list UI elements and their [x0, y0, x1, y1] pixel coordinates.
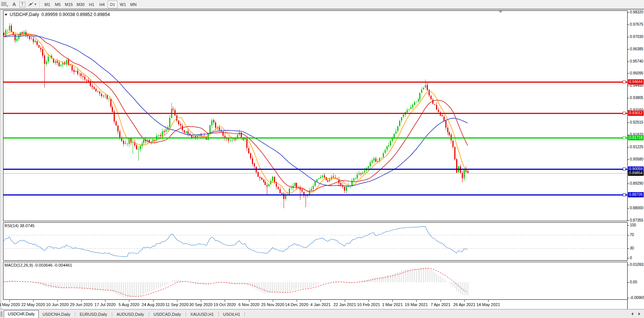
grip-letter: F — [7, 4, 9, 8]
price-tick-label: 0.93805 — [630, 96, 643, 100]
date-tick-mark — [33, 300, 34, 302]
price-tick-mark — [628, 220, 629, 221]
date-tick-mark — [225, 300, 225, 302]
chart-shift-marker-icon[interactable] — [499, 11, 502, 13]
chart-tab-eurusd-daily[interactable]: EURUSD,Daily — [76, 311, 111, 318]
rsi-tick-label: 30 — [630, 246, 634, 250]
rsi-label: RSI(14) 38.0745 — [4, 223, 35, 228]
chevron-down-icon — [34, 4, 37, 5]
date-tick-label: 10 Feb 2021 — [357, 302, 380, 307]
price-tick-label: 0.97675 — [630, 22, 643, 26]
tab-divider — [149, 312, 149, 317]
rsi-tick-mark — [628, 235, 629, 235]
rsi-tick-label: 70 — [630, 233, 634, 237]
tab-scroll-right-button[interactable] — [637, 312, 642, 316]
date-tick-mark — [441, 300, 441, 302]
rsi-tick-mark — [628, 258, 629, 258]
date-tick-mark — [153, 300, 154, 302]
date-tick-mark — [369, 300, 369, 302]
current-price-tag: 0.89854 — [628, 171, 644, 176]
price-tick-label: 0.91225 — [630, 145, 643, 149]
timeframe-button-w1[interactable]: W1 — [118, 1, 128, 8]
date-tick-mark — [488, 300, 489, 302]
hline-price-tag: 0.94644 — [628, 79, 644, 85]
price-tick-mark — [628, 61, 629, 62]
date-tick-mark — [416, 300, 417, 302]
axis-corner-line — [627, 300, 628, 309]
tab-divider — [186, 312, 186, 317]
date-tick-mark — [81, 300, 82, 302]
timeframe-button-mn[interactable]: MN — [129, 1, 138, 8]
date-tick-label: 10 Jun 2020 — [46, 302, 69, 307]
macd-tick-label: -0.009653 — [630, 296, 644, 300]
hline-price-tag: 0.93012 — [628, 111, 644, 116]
collapse-arrow-icon[interactable] — [4, 14, 7, 16]
dotted-grid-icon — [1, 2, 6, 6]
hline-price-tag: 0.91718 — [628, 135, 644, 140]
tab-divider — [244, 312, 245, 317]
price-tick-mark — [628, 49, 629, 50]
chart-tab-xauusd-h1[interactable]: XAUUSD,H1 — [187, 311, 218, 318]
tab-list: USDCHF,DailyUSDCNH,DailyEURUSD,DailyAUDU… — [4, 310, 246, 318]
price-tick-mark — [628, 25, 629, 25]
date-tick-label: 14 May 2021 — [476, 302, 500, 307]
price-tick-mark — [628, 147, 629, 147]
date-tick-mark — [129, 300, 129, 302]
timeframe-button-m1[interactable]: M1 — [42, 1, 52, 8]
arrows-tool-button[interactable] — [26, 1, 38, 8]
date-tick-label: 4 May 2020 — [0, 302, 20, 307]
price-tick-mark — [628, 208, 629, 209]
symbol-period-label: USDCHF,Daily — [10, 12, 39, 17]
timeframe-button-d1[interactable]: D1 — [108, 1, 117, 8]
price-chart-canvas[interactable] — [0, 9, 628, 300]
date-tick-label: 25 Nov 2020 — [261, 302, 284, 307]
text-label-tool-button[interactable]: A — [10, 1, 18, 8]
date-tick-mark — [273, 300, 273, 302]
pane-splitter-rsi[interactable] — [0, 221, 628, 222]
date-tick-mark — [345, 300, 345, 302]
price-tick-label: 0.87355 — [630, 218, 643, 222]
date-tick-label: 5 Aug 2020 — [119, 302, 139, 307]
date-tick-mark — [297, 300, 297, 302]
timeframe-button-m5[interactable]: M5 — [53, 1, 63, 8]
date-tick-label: 22 Jan 2021 — [334, 302, 356, 307]
chart-tab-usdcnh-daily[interactable]: USDCNH,Daily — [39, 311, 74, 318]
date-tick-label: 6 Nov 2020 — [239, 302, 259, 307]
price-tick-label: 0.90580 — [630, 157, 643, 161]
chart-tab-bar: USDCHF,DailyUSDCNH,DailyEURUSD,DailyAUDU… — [0, 309, 644, 318]
macd-tick-mark — [628, 265, 629, 265]
date-tick-label: 29 Jun 2020 — [70, 302, 93, 307]
date-tick-label: 7 Apr 2021 — [430, 302, 450, 307]
date-tick-label: 4 Jan 2021 — [310, 302, 331, 307]
tab-divider — [75, 312, 75, 317]
timeframe-button-m30[interactable]: M30 — [75, 1, 86, 8]
date-tick-mark — [464, 300, 465, 302]
price-tick-label: 0.96385 — [630, 47, 643, 51]
date-tick-mark — [392, 300, 393, 302]
letter-a-icon: A — [12, 1, 16, 7]
timeframe-button-h4[interactable]: H4 — [97, 1, 107, 8]
timeframe-button-h1[interactable]: H1 — [87, 1, 97, 8]
mt4-window: F A T M1M5M15M30H1H4D1W1MN USDCHF,Daily … — [0, 0, 644, 318]
chart-window-top-edge — [0, 9, 644, 10]
date-tick-label: 30 Sep 2020 — [189, 302, 212, 307]
price-tick-mark — [628, 184, 629, 184]
toolbar-grip-icon[interactable]: F — [1, 2, 9, 7]
price-tick-mark — [628, 123, 629, 123]
text-box-tool-button[interactable]: T — [18, 1, 26, 8]
pane-splitter-macd[interactable] — [0, 260, 628, 262]
tab-scroll-left-button[interactable] — [630, 312, 635, 316]
chart-tab-usdchf-daily[interactable]: USDCHF,Daily — [4, 310, 39, 318]
tabbar-grip-icon — [1, 311, 2, 317]
hline-price-tag: 0.88709 — [628, 192, 644, 197]
date-tick-label: 1 Mar 2021 — [382, 302, 403, 307]
chart-tab-audusd-daily[interactable]: AUDUSD,Daily — [113, 311, 148, 318]
chart-tab-usdcad-daily[interactable]: USDCAD,Daily — [150, 311, 185, 318]
rsi-tick-mark — [628, 225, 629, 226]
letter-t-icon: T — [19, 1, 25, 7]
chart-tab-usoil-h1[interactable]: USOil,H1 — [220, 311, 244, 318]
timeframe-button-m15[interactable]: M15 — [63, 1, 74, 8]
price-tick-label: 0.98320 — [630, 10, 643, 14]
macd-tick-label: 0.010933 — [630, 263, 644, 267]
date-tick-mark — [201, 300, 201, 302]
